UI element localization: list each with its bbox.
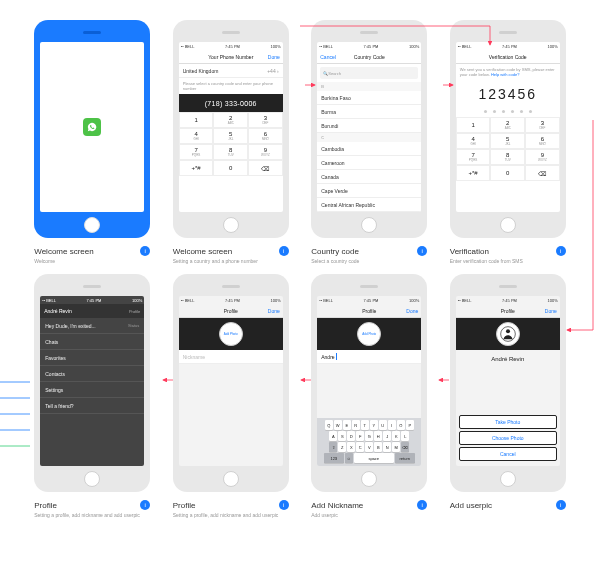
done-button[interactable]: Done bbox=[268, 308, 280, 314]
kb-key[interactable]: return bbox=[395, 453, 415, 463]
keypad-key[interactable]: 9WXYZ bbox=[248, 144, 283, 160]
keypad-key[interactable]: 3DEF bbox=[525, 117, 560, 133]
home-button[interactable] bbox=[500, 471, 516, 487]
info-dot[interactable]: i bbox=[556, 246, 566, 256]
keypad-key[interactable]: 1 bbox=[456, 117, 491, 133]
kb-key[interactable]: ⇧ bbox=[329, 442, 337, 452]
kb-key[interactable]: M bbox=[392, 442, 400, 452]
add-photo-button[interactable]: Add Photo bbox=[219, 322, 243, 346]
kb-key[interactable]: R bbox=[352, 420, 360, 430]
keypad-key[interactable]: 5JKL bbox=[490, 133, 525, 149]
keypad-key[interactable]: 0 bbox=[213, 160, 248, 176]
keypad-key[interactable]: 6MNO bbox=[525, 133, 560, 149]
kb-key[interactable]: ⌫ bbox=[401, 442, 409, 452]
menu-item[interactable]: Favorites bbox=[40, 350, 144, 366]
kb-key[interactable]: T bbox=[361, 420, 369, 430]
profile-link[interactable]: Profile bbox=[129, 309, 140, 314]
kb-key[interactable]: D bbox=[347, 431, 355, 441]
keypad-key[interactable]: 2ABC bbox=[490, 117, 525, 133]
country-row[interactable]: Central African Republic bbox=[317, 198, 421, 212]
kb-key[interactable]: C bbox=[356, 442, 364, 452]
country-row[interactable]: Canada bbox=[317, 170, 421, 184]
nickname-input[interactable]: Andre bbox=[317, 350, 421, 364]
keypad-key[interactable]: 2ABC bbox=[213, 112, 248, 128]
keypad-key[interactable]: 9WXYZ bbox=[525, 149, 560, 165]
kb-key[interactable]: U bbox=[379, 420, 387, 430]
country-row[interactable]: Burkina Faso bbox=[317, 91, 421, 105]
kb-key[interactable]: F bbox=[356, 431, 364, 441]
done-button[interactable]: Done bbox=[545, 308, 557, 314]
kb-key[interactable]: X bbox=[347, 442, 355, 452]
kb-key[interactable]: H bbox=[374, 431, 382, 441]
menu-item[interactable]: Chats bbox=[40, 334, 144, 350]
keypad-key[interactable]: ⌫ bbox=[248, 160, 283, 176]
keypad-key[interactable]: 6MNO bbox=[248, 128, 283, 144]
info-dot[interactable]: i bbox=[417, 500, 427, 510]
kb-key[interactable]: L bbox=[401, 431, 409, 441]
country-row[interactable]: Cape Verde bbox=[317, 184, 421, 198]
info-dot[interactable]: i bbox=[140, 500, 150, 510]
cancel-button[interactable]: Cancel bbox=[320, 54, 336, 60]
kb-key[interactable]: 123 bbox=[324, 453, 344, 463]
info-dot[interactable]: i bbox=[556, 500, 566, 510]
keypad-key[interactable]: +*# bbox=[456, 165, 491, 181]
keypad-key[interactable]: +*# bbox=[179, 160, 214, 176]
done-button[interactable]: Done bbox=[406, 308, 418, 314]
sheet-button[interactable]: Choose Photo bbox=[459, 431, 557, 445]
home-button[interactable] bbox=[84, 217, 100, 233]
info-dot[interactable]: i bbox=[140, 246, 150, 256]
country-row[interactable]: Burundi bbox=[317, 119, 421, 133]
home-button[interactable] bbox=[223, 471, 239, 487]
keypad-key[interactable]: ⌫ bbox=[525, 165, 560, 181]
kb-key[interactable]: S bbox=[338, 431, 346, 441]
menu-item[interactable]: Settings bbox=[40, 382, 144, 398]
keypad-key[interactable]: 8TUV bbox=[490, 149, 525, 165]
country-row[interactable]: Cambodia bbox=[317, 142, 421, 156]
nickname-input[interactable]: Nickname bbox=[179, 350, 283, 364]
help-link[interactable]: Help with code? bbox=[491, 72, 519, 77]
country-row[interactable]: Cameroon bbox=[317, 156, 421, 170]
kb-key[interactable]: V bbox=[365, 442, 373, 452]
kb-key[interactable]: space bbox=[354, 453, 394, 463]
kb-key[interactable]: Q bbox=[325, 420, 333, 430]
info-dot[interactable]: i bbox=[279, 246, 289, 256]
keypad-key[interactable]: 4GHI bbox=[179, 128, 214, 144]
search-input[interactable]: 🔍 Search bbox=[320, 67, 418, 79]
home-button[interactable] bbox=[84, 471, 100, 487]
kb-key[interactable]: A bbox=[329, 431, 337, 441]
keypad-key[interactable]: 7PQRS bbox=[456, 149, 491, 165]
sheet-button[interactable]: Take Photo bbox=[459, 415, 557, 429]
kb-key[interactable]: K bbox=[392, 431, 400, 441]
kb-key[interactable]: N bbox=[383, 442, 391, 452]
home-button[interactable] bbox=[361, 471, 377, 487]
info-dot[interactable]: i bbox=[417, 246, 427, 256]
kb-key[interactable]: W bbox=[334, 420, 342, 430]
keypad-key[interactable]: 7PQRS bbox=[179, 144, 214, 160]
kb-key[interactable]: J bbox=[383, 431, 391, 441]
info-dot[interactable]: i bbox=[279, 500, 289, 510]
sheet-button[interactable]: Cancel bbox=[459, 447, 557, 461]
add-photo-button[interactable]: Add Photo bbox=[357, 322, 381, 346]
keypad-key[interactable]: 5JKL bbox=[213, 128, 248, 144]
kb-key[interactable]: Z bbox=[338, 442, 346, 452]
country-row[interactable]: United Kingdom+44 › bbox=[179, 64, 283, 78]
kb-key[interactable]: I bbox=[388, 420, 396, 430]
keypad-key[interactable]: 8TUV bbox=[213, 144, 248, 160]
home-button[interactable] bbox=[500, 217, 516, 233]
menu-item[interactable]: Contacts bbox=[40, 366, 144, 382]
status-row[interactable]: Hey Dude, I'm exited...Status bbox=[40, 318, 144, 334]
country-row[interactable]: Burma bbox=[317, 105, 421, 119]
kb-key[interactable]: Y bbox=[370, 420, 378, 430]
keypad-key[interactable]: 1 bbox=[179, 112, 214, 128]
kb-key[interactable]: O bbox=[397, 420, 405, 430]
kb-key[interactable]: E bbox=[343, 420, 351, 430]
kb-key[interactable]: P bbox=[406, 420, 414, 430]
home-button[interactable] bbox=[361, 217, 377, 233]
keypad-key[interactable]: 0 bbox=[490, 165, 525, 181]
avatar[interactable] bbox=[496, 322, 520, 346]
keypad-key[interactable]: 3DEF bbox=[248, 112, 283, 128]
done-button[interactable]: Done bbox=[268, 54, 280, 60]
kb-key[interactable]: G bbox=[365, 431, 373, 441]
menu-item[interactable]: Tell a friend? bbox=[40, 398, 144, 414]
keypad-key[interactable]: 4GHI bbox=[456, 133, 491, 149]
